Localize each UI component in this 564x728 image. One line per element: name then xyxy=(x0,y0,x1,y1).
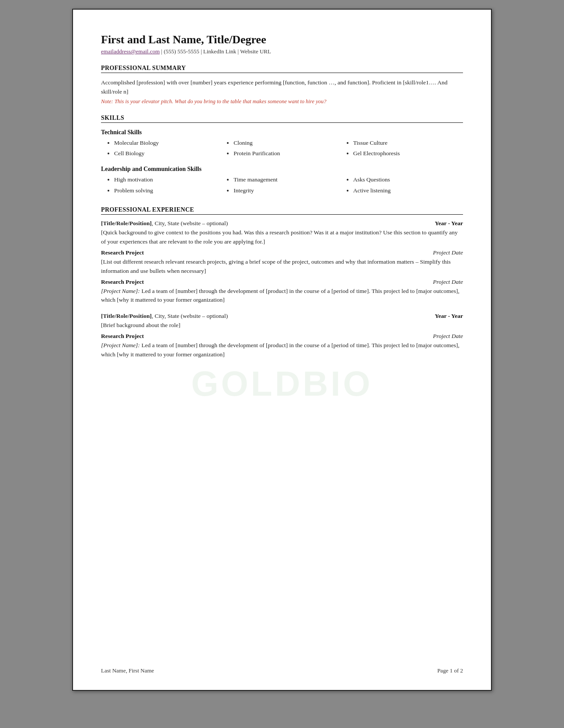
header-phone: (555) 555-5555 xyxy=(164,48,199,55)
skill-molecular-biology: Molecular Biology xyxy=(114,139,224,147)
skill-asks-questions: Asks Questions xyxy=(353,175,463,184)
header-contact: emailaddress@email.com | (555) 555-5555 … xyxy=(101,48,463,55)
exp-title-bold-2: [Title/Role/Position] xyxy=(101,313,152,319)
project-body-rest-2-1: Led a team of [number] through the devel… xyxy=(101,342,460,358)
exp-header-row-2: [Title/Role/Position], City, State (webs… xyxy=(101,313,463,320)
summary-note: Note: This is your elevator pitch. What … xyxy=(101,98,463,105)
exp-body-2: [Brief background about the role] xyxy=(101,321,463,330)
leadership-skills-heading: Leadership and Communication Skills xyxy=(101,166,463,173)
skill-cloning: Cloning xyxy=(233,139,343,147)
leadership-skills-col-2: Time management Integrity xyxy=(224,175,343,197)
skill-integrity: Integrity xyxy=(233,186,343,195)
technical-skills-col-1: Molecular Biology Cell Biology xyxy=(104,139,224,160)
exp-title-1: [Title/Role/Position], City, State (webs… xyxy=(101,220,228,227)
skill-tissue-culture: Tissue Culture xyxy=(353,139,463,147)
technical-skills-col-3: Tissue Culture Gel Electrophoresis xyxy=(344,139,463,160)
technical-skills-heading: Technical Skills xyxy=(101,129,463,136)
project-body-rest-1-2: Led a team of [number] through the devel… xyxy=(101,288,460,303)
footer: Last Name, First Name Page 1 of 2 xyxy=(101,667,463,674)
header-website: Website URL xyxy=(240,48,271,55)
experience-entry-1: [Title/Role/Position], City, State (webs… xyxy=(101,220,463,305)
experience-entry-2: [Title/Role/Position], City, State (webs… xyxy=(101,313,463,359)
exp-body-1: [Quick background to give context to the… xyxy=(101,228,463,247)
footer-name: Last Name, First Name xyxy=(101,667,154,674)
project-date-2-1: Project Date xyxy=(433,333,463,340)
skills-title: SKILLS xyxy=(101,115,463,123)
professional-summary-title: PROFESSIONAL SUMMARY xyxy=(101,65,463,73)
summary-body: Accomplished [profession] with over [num… xyxy=(101,78,463,97)
technical-skills-columns: Molecular Biology Cell Biology Cloning P… xyxy=(104,139,463,160)
project-body-1-2: [Project Name]: Led a team of [number] t… xyxy=(101,287,463,305)
skill-protein-purification: Protein Purification xyxy=(233,149,343,158)
exp-title-rest-1: , City, State (website – optional) xyxy=(152,220,228,226)
skill-problem-solving: Problem solving xyxy=(114,186,224,195)
exp-years-1: Year - Year xyxy=(435,220,463,227)
project-row-1-1: Research Project Project Date xyxy=(101,249,463,256)
header-name: First and Last Name, Title/Degree xyxy=(101,33,463,46)
skill-time-management: Time management xyxy=(233,175,343,184)
leadership-skills-col-3: Asks Questions Active listening xyxy=(344,175,463,197)
watermark: GOLDBIO xyxy=(191,364,373,404)
exp-title-rest-2: , City, State (website – optional) xyxy=(152,313,228,319)
professional-experience-title: PROFESSIONAL EXPERIENCE xyxy=(101,206,463,215)
footer-page: Page 1 of 2 xyxy=(437,667,463,674)
leadership-skills-columns: High motivation Problem solving Time man… xyxy=(104,175,463,197)
exp-title-2: [Title/Role/Position], City, State (webs… xyxy=(101,313,228,320)
project-date-1-2: Project Date xyxy=(433,279,463,286)
skill-cell-biology: Cell Biology xyxy=(114,149,224,158)
project-name-italic-1-2: [Project Name]: xyxy=(101,288,140,294)
project-title-2-1: Research Project xyxy=(101,333,144,340)
skill-gel-electrophoresis: Gel Electrophoresis xyxy=(353,149,463,158)
project-title-1-2: Research Project xyxy=(101,279,144,286)
resume-page: GOLDBIO First and Last Name, Title/Degre… xyxy=(72,9,492,691)
skill-high-motivation: High motivation xyxy=(114,175,224,184)
technical-skills-col-2: Cloning Protein Purification xyxy=(224,139,343,160)
exp-header-row-1: [Title/Role/Position], City, State (webs… xyxy=(101,220,463,227)
project-row-1-2: Research Project Project Date xyxy=(101,279,463,286)
project-row-2-1: Research Project Project Date xyxy=(101,333,463,340)
project-name-italic-2-1: [Project Name]: xyxy=(101,342,140,348)
leadership-skills-col-1: High motivation Problem solving xyxy=(104,175,224,197)
header-linkedin: LinkedIn Link xyxy=(203,48,236,55)
project-body-1-1: [List out different research relevant re… xyxy=(101,258,463,276)
email-link[interactable]: emailaddress@email.com xyxy=(101,48,160,55)
project-body-2-1: [Project Name]: Led a team of [number] t… xyxy=(101,341,463,359)
project-title-1-1: Research Project xyxy=(101,249,144,256)
skill-active-listening: Active listening xyxy=(353,186,463,195)
project-date-1-1: Project Date xyxy=(433,249,463,256)
exp-title-bold-1: [Title/Role/Position] xyxy=(101,220,152,226)
exp-years-2: Year - Year xyxy=(435,313,463,320)
